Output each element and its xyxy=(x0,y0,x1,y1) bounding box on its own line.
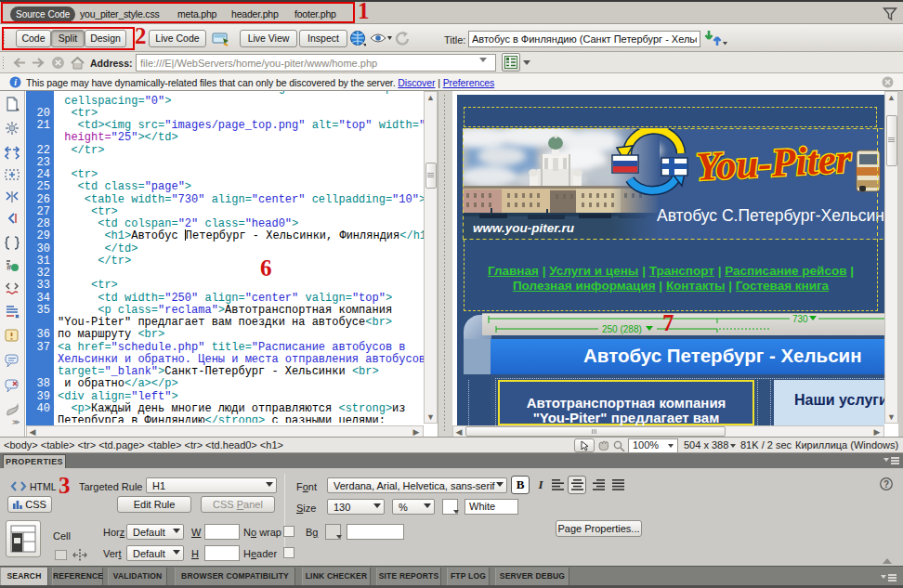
svg-text:Автобус С.Петербург-Хельсинки: Автобус С.Петербург-Хельсинки xyxy=(657,206,884,225)
svg-text:You-Piter: You-Piter xyxy=(695,137,854,189)
svg-text:250 (288): 250 (288) xyxy=(602,324,642,334)
svg-text:www.you-piter.ru: www.you-piter.ru xyxy=(473,221,575,235)
svg-text:?: ? xyxy=(883,479,889,490)
svg-text:730: 730 xyxy=(792,314,808,324)
svg-text:i: i xyxy=(14,77,17,87)
svg-text:#: # xyxy=(7,264,12,273)
